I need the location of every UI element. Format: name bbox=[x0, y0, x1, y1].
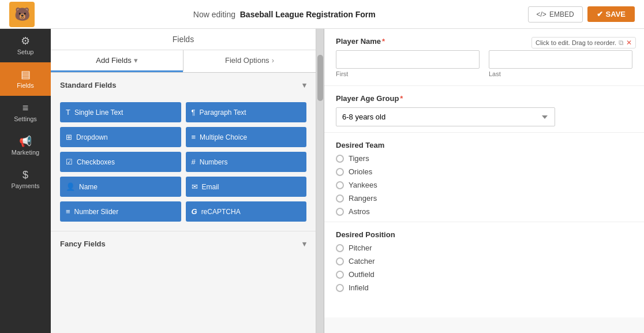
sidebar-label-marketing: Marketing bbox=[12, 149, 39, 156]
standard-fields-section: Standard Fields ▾ bbox=[51, 73, 316, 98]
text-icon: T bbox=[66, 108, 70, 117]
team-option-rangers[interactable]: Rangers bbox=[336, 194, 632, 203]
sidebar-label-fields: Fields bbox=[17, 82, 33, 89]
field-list-scrollable[interactable]: Standard Fields ▾ T Single Line Text ¶ P… bbox=[51, 73, 316, 333]
field-btn-paragraph-text[interactable]: ¶ Paragraph Text bbox=[186, 102, 307, 122]
form-name: Baseball League Registration Form bbox=[240, 10, 376, 19]
field-btn-email[interactable]: ✉ Email bbox=[186, 177, 307, 197]
position-outfield-label: Outfield bbox=[349, 270, 375, 279]
radio-circle bbox=[336, 244, 344, 252]
gear-icon: ⚙ bbox=[21, 36, 30, 46]
sidebar-label-setup: Setup bbox=[17, 48, 34, 55]
numbers-icon: # bbox=[192, 158, 196, 166]
radio-circle bbox=[336, 155, 344, 163]
tab-field-options[interactable]: Field Options › bbox=[183, 50, 316, 72]
field-actions-tooltip: Click to edit. Drag to reorder. bbox=[536, 39, 616, 46]
fields-panel-header: Fields bbox=[51, 29, 316, 50]
desired-team-label: Desired Team bbox=[336, 141, 632, 149]
field-btn-checkboxes[interactable]: ☑ Checkboxes bbox=[60, 152, 181, 172]
field-btn-numbers[interactable]: # Numbers bbox=[186, 152, 307, 172]
checkbox-icon: ☑ bbox=[66, 158, 73, 166]
required-star-2: * bbox=[400, 94, 403, 103]
position-catcher-label: Catcher bbox=[349, 257, 375, 265]
field-btn-dropdown[interactable]: ⊞ Dropdown bbox=[60, 127, 181, 147]
age-group-select[interactable]: 6-8 years old 9-11 years old 12-14 years… bbox=[336, 107, 555, 126]
field-btn-slider-label: Number Slider bbox=[74, 208, 119, 216]
form-title: Now editing Baseball League Registration… bbox=[41, 10, 528, 19]
delete-icon[interactable]: ✕ bbox=[626, 39, 632, 47]
team-option-astros[interactable]: Astros bbox=[336, 207, 632, 216]
slider-icon: ≡ bbox=[66, 207, 70, 216]
editing-prefix: Now editing bbox=[193, 10, 235, 19]
fancy-fields-label: Fancy Fields bbox=[60, 240, 106, 248]
radio-circle bbox=[336, 181, 344, 189]
radio-circle bbox=[336, 257, 344, 265]
top-bar-actions: </> EMBED ✔ SAVE bbox=[528, 6, 635, 23]
fancy-section-collapse-icon[interactable]: ▾ bbox=[302, 240, 306, 248]
field-btn-single-line-label: Single Line Text bbox=[74, 108, 123, 117]
embed-button[interactable]: </> EMBED bbox=[528, 6, 583, 23]
save-label: SAVE bbox=[606, 10, 626, 18]
logo: 🐻 bbox=[9, 2, 41, 27]
team-option-tigers[interactable]: Tigers bbox=[336, 154, 632, 163]
sidebar-item-setup[interactable]: ⚙ Setup bbox=[0, 29, 51, 62]
sidebar-item-marketing[interactable]: 📢 Marketing bbox=[0, 129, 51, 163]
top-bar: 🐻 Now editing Baseball League Registrati… bbox=[0, 0, 644, 29]
standard-fields-label: Standard Fields bbox=[60, 81, 117, 89]
email-icon: ✉ bbox=[192, 182, 198, 191]
field-btn-name[interactable]: 👤 Name bbox=[60, 177, 181, 197]
field-btn-recaptcha[interactable]: G reCAPTCHA bbox=[186, 201, 307, 222]
field-group-player-age: Player Age Group * 6-8 years old 9-11 ye… bbox=[324, 86, 644, 132]
field-group-desired-position: Desired Position Pitcher Catcher Outfiel… bbox=[324, 222, 644, 298]
save-button[interactable]: ✔ SAVE bbox=[587, 6, 635, 22]
tab-add-fields[interactable]: Add Fields ▾ bbox=[51, 50, 183, 72]
radio-circle bbox=[336, 271, 344, 279]
sidebar-item-payments[interactable]: $ Payments bbox=[0, 163, 51, 196]
team-option-orioles[interactable]: Orioles bbox=[336, 167, 632, 176]
position-option-pitcher[interactable]: Pitcher bbox=[336, 244, 632, 252]
settings-icon: ≡ bbox=[23, 103, 29, 113]
last-name-sublabel: Last bbox=[489, 70, 632, 77]
radio-circle bbox=[336, 168, 344, 176]
team-astros-label: Astros bbox=[349, 207, 370, 216]
first-name-sublabel: First bbox=[336, 70, 480, 77]
field-btn-name-label: Name bbox=[79, 183, 98, 191]
fields-icon: ▤ bbox=[21, 69, 31, 80]
position-option-infield[interactable]: Infield bbox=[336, 283, 632, 292]
scrollbar-thumb bbox=[317, 55, 323, 101]
field-btn-multiple-choice-label: Multiple Choice bbox=[200, 133, 247, 141]
tab-field-options-label: Field Options bbox=[225, 56, 269, 65]
paragraph-icon: ¶ bbox=[192, 108, 196, 117]
panel-tabs: Add Fields ▾ Field Options › bbox=[51, 50, 316, 73]
position-infield-label: Infield bbox=[349, 283, 369, 292]
field-btn-email-label: Email bbox=[202, 183, 219, 191]
field-btn-paragraph-label: Paragraph Text bbox=[199, 108, 246, 117]
sidebar-item-fields[interactable]: ▤ Fields bbox=[0, 62, 51, 96]
last-name-input[interactable] bbox=[489, 50, 632, 69]
dropdown-icon: ⊞ bbox=[66, 133, 72, 141]
copy-icon[interactable]: ⧉ bbox=[619, 39, 624, 47]
payments-icon: $ bbox=[23, 170, 28, 180]
field-btn-multiple-choice[interactable]: ≡ Multiple Choice bbox=[186, 127, 307, 147]
fancy-fields-section: Fancy Fields ▾ bbox=[51, 231, 316, 256]
field-btn-numbers-label: Numbers bbox=[200, 158, 228, 166]
field-btn-checkboxes-label: Checkboxes bbox=[77, 158, 115, 166]
sidebar: ⚙ Setup ▤ Fields ≡ Settings 📢 Marketing … bbox=[0, 29, 51, 333]
fields-grid: T Single Line Text ¶ Paragraph Text ⊞ Dr… bbox=[51, 98, 316, 231]
field-btn-single-line-text[interactable]: T Single Line Text bbox=[60, 102, 181, 122]
name-inputs: First Last bbox=[336, 50, 632, 77]
main-layout: ⚙ Setup ▤ Fields ≡ Settings 📢 Marketing … bbox=[0, 29, 644, 333]
position-option-catcher[interactable]: Catcher bbox=[336, 257, 632, 265]
team-rangers-label: Rangers bbox=[349, 194, 377, 203]
name-icon: 👤 bbox=[66, 182, 75, 191]
first-name-input[interactable] bbox=[336, 50, 480, 69]
section-collapse-icon[interactable]: ▾ bbox=[302, 81, 306, 89]
field-group-player-name[interactable]: Player Name * First Last Click to edit. … bbox=[324, 29, 644, 85]
team-option-yankees[interactable]: Yankees bbox=[336, 181, 632, 189]
sidebar-item-settings[interactable]: ≡ Settings bbox=[0, 96, 51, 129]
position-option-outfield[interactable]: Outfield bbox=[336, 270, 632, 279]
radio-circle bbox=[336, 194, 344, 203]
field-btn-number-slider[interactable]: ≡ Number Slider bbox=[60, 201, 181, 222]
sidebar-label-payments: Payments bbox=[12, 182, 40, 189]
radio-circle bbox=[336, 284, 344, 292]
